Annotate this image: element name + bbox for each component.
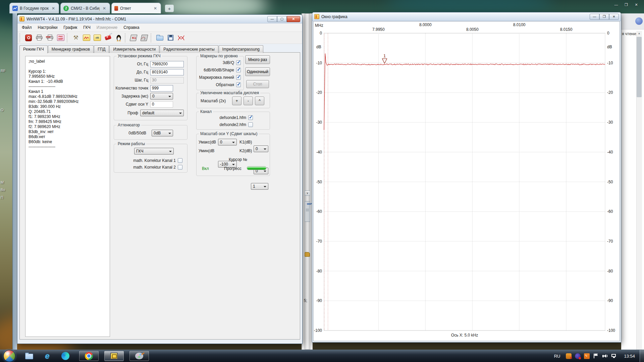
save-file-icon[interactable] xyxy=(165,33,176,43)
language-indicator[interactable]: RU xyxy=(554,354,560,359)
tools-icon[interactable]: ⚒ xyxy=(70,33,81,43)
browser-avatar[interactable] xyxy=(635,17,643,25)
k1-select[interactable]: 0 xyxy=(254,145,268,152)
explorer-taskbar-icon[interactable] xyxy=(24,351,34,361)
ymax-select[interactable]: 0 xyxy=(218,139,237,145)
run-single-button[interactable]: Одиночный xyxy=(245,67,270,76)
tray-alert-icon[interactable]: ✕ xyxy=(566,353,572,359)
menu-graph[interactable]: График xyxy=(60,24,80,31)
points-count-input[interactable] xyxy=(150,85,173,92)
maximize-button[interactable]: ▢ xyxy=(277,16,287,22)
tab-graph-manager[interactable]: Менеджер графиков xyxy=(48,45,94,53)
from-hz-label: От, Гц xyxy=(137,62,148,66)
marker-lines-checkbox[interactable] xyxy=(236,75,241,80)
chrome-taskbar-button[interactable] xyxy=(79,351,99,361)
action-center-flag-icon[interactable] xyxy=(593,353,599,359)
show-desktop-button[interactable] xyxy=(640,350,644,362)
y-shift-input[interactable] xyxy=(150,101,173,108)
tray-app-icon[interactable]: ∿ xyxy=(584,353,590,359)
operation-mode-select[interactable]: ГКЧ xyxy=(134,148,174,155)
k1-display-icon[interactable]: K1 xyxy=(128,33,139,43)
k2-display-icon[interactable]: 2 xyxy=(139,33,150,43)
knife-icon[interactable] xyxy=(103,33,113,43)
zoom-reset-button[interactable]: ^ xyxy=(255,97,264,105)
winnwt-taskbar-button[interactable] xyxy=(104,351,124,361)
browser-maximize-button[interactable]: ❐ xyxy=(621,3,631,7)
display-zoom-group: Увеличение масштаба дисплея Масштаб (2x)… xyxy=(196,93,270,108)
from-hz-input[interactable] xyxy=(150,61,184,67)
browser-tab[interactable]: В Госдуме прокомментировал ✕ xyxy=(9,3,59,13)
page-scrollbar-thumb[interactable]: МКР xyxy=(305,201,310,222)
tab-impedance[interactable]: Impedanzanpassung xyxy=(219,45,263,53)
penguin-icon[interactable] xyxy=(113,33,124,43)
chevron-down-icon[interactable]: ∨ xyxy=(305,190,310,196)
browser-scrollbar-thumb[interactable] xyxy=(637,37,642,97)
tab-power-meter[interactable]: Измеритель мощности xyxy=(109,45,159,53)
browser-tab-active[interactable]: Ответ ✕ xyxy=(111,3,161,13)
network-icon[interactable] xyxy=(611,353,617,359)
winnwt-title-bar[interactable]: WinNWT4 - V.4.11.09 - FW:1.19:V04 - hfm9… xyxy=(17,15,302,23)
graph-minimize-button[interactable]: — xyxy=(590,14,599,20)
badge-favicon-icon: 2 xyxy=(63,6,69,11)
graph-title-bar[interactable]: Окно графика — ❐ ✕ xyxy=(312,12,621,21)
close-button[interactable]: ✕ xyxy=(287,16,300,22)
print-icon[interactable] xyxy=(34,33,45,43)
curves-icon[interactable] xyxy=(176,33,186,43)
tab-close-icon[interactable]: ✕ xyxy=(51,6,56,11)
menu-file[interactable]: Файл xyxy=(19,24,35,31)
menu-gkch[interactable]: ГКЧ xyxy=(80,24,94,31)
marker-3db-checkbox[interactable] xyxy=(236,60,241,65)
thumbs-up-icon[interactable] xyxy=(305,252,310,257)
desktop-icon-label[interactable]: M xyxy=(1,180,4,184)
desktop-icon-label[interactable]: П xyxy=(1,195,3,199)
tab-gkch-mode[interactable]: Режим ГКЧ xyxy=(19,45,48,53)
volume-icon[interactable] xyxy=(602,353,608,359)
paint-taskbar-button[interactable] xyxy=(129,351,149,361)
open-file-icon[interactable] xyxy=(154,33,165,43)
edge-icon[interactable] xyxy=(60,351,70,361)
desktop-icon-label[interactable]: RF xyxy=(1,69,6,73)
browser-close-button[interactable]: ✕ xyxy=(631,3,641,7)
sweep-window-icon[interactable] xyxy=(81,33,92,43)
tab-gpd[interactable]: ГПД xyxy=(94,45,109,53)
channel1-checkbox[interactable] xyxy=(248,115,253,120)
sweep-plot[interactable]: 00-10-10-20-20-30-30-40-40-50-50-60-60-7… xyxy=(314,21,620,341)
tab-close-icon[interactable]: ✕ xyxy=(102,6,107,11)
marker-6db-checkbox[interactable] xyxy=(236,68,241,72)
to-hz-input[interactable] xyxy=(150,69,184,75)
new-tab-button[interactable]: + xyxy=(165,5,174,12)
cursor-number-select[interactable]: 1 xyxy=(251,183,268,190)
delay-label: Задержка (мс) xyxy=(121,94,148,99)
start-button[interactable] xyxy=(3,350,15,362)
tab-close-icon[interactable]: ✕ xyxy=(153,6,158,11)
image-export-icon[interactable]: PNGBMP xyxy=(55,33,66,43)
scrollbar-up-icon[interactable]: ▲ xyxy=(636,31,642,36)
pdf-print-icon[interactable]: PDF xyxy=(45,33,55,43)
browser-tab[interactable]: 2 СМИ2 - В Сибири растет гигант ✕ xyxy=(60,3,110,13)
menu-help[interactable]: Справка xyxy=(120,24,142,31)
db-window-icon[interactable]: dB xyxy=(92,33,103,43)
marker-inverse-checkbox[interactable] xyxy=(236,82,241,87)
tab-radio-calcs[interactable]: Радиотехнические расчеты xyxy=(160,45,218,53)
korrektur1-checkbox[interactable] xyxy=(178,158,182,163)
internet-explorer-icon[interactable]: e xyxy=(42,351,52,361)
minimize-button[interactable]: — xyxy=(267,16,277,22)
tray-network-alert-icon[interactable] xyxy=(575,353,581,359)
power-icon[interactable] xyxy=(23,33,34,43)
menu-settings[interactable]: Настройки xyxy=(35,24,61,31)
attenuator-select[interactable]: 0dB xyxy=(152,130,173,136)
zoom-out-button[interactable]: - xyxy=(244,97,253,105)
profile-select[interactable]: default xyxy=(140,110,184,116)
desktop-icon-label[interactable]: Во xyxy=(1,188,5,192)
browser-minimize-button[interactable]: — xyxy=(611,3,621,7)
run-continuous-button[interactable]: Много раз xyxy=(245,55,270,64)
taskbar-clock[interactable]: 13:54 xyxy=(624,354,635,359)
zoom-in-button[interactable]: + xyxy=(232,97,241,105)
delay-select[interactable]: 0 xyxy=(150,93,173,100)
channel2-checkbox[interactable] xyxy=(248,122,253,127)
korrektur2-checkbox[interactable] xyxy=(178,165,182,170)
desktop-icon-label[interactable]: О xyxy=(1,108,4,112)
graph-maximize-button[interactable]: ❐ xyxy=(599,14,609,20)
graph-close-button[interactable]: ✕ xyxy=(609,14,619,20)
group-title: Увеличение масштаба дисплея xyxy=(199,90,260,95)
